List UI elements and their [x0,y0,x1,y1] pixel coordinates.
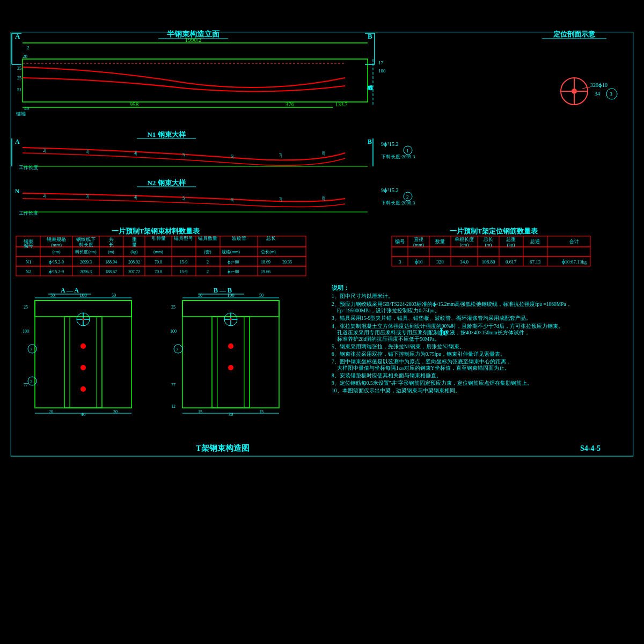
svg-text:ϕ³15.2-9: ϕ³15.2-9 [49,260,64,265]
svg-text:合计: 合计 [569,239,579,244]
svg-text:100: 100 [227,292,235,298]
svg-text:定位剖面示意: 定位剖面示意 [553,30,596,38]
svg-text:锚端: 锚端 [16,111,26,116]
svg-text:重: 重 [132,237,137,242]
svg-text:3: 3 [610,91,612,97]
svg-text:3|: 3| [86,194,89,199]
svg-text:3|: 3| [86,149,89,154]
svg-text:1: 1 [406,148,409,153]
svg-text:7: 7 [30,347,33,352]
svg-text:376: 376 [286,101,295,107]
svg-text:标准养护28d测的抗压强度不应低于50MPa。: 标准养护28d测的抗压强度不应低于50MPa。 [336,336,440,342]
svg-text:ϕ10:67.13kg: ϕ10:67.13kg [562,259,587,265]
svg-text:19.66: 19.66 [261,269,270,274]
svg-text:7、图中钢束坐标值是以弦测中为原点，竖向坐标为弦底至钢束中心: 7、图中钢束坐标值是以弦测中为原点，竖向坐标为弦底至钢束中心的距离， [332,358,511,364]
svg-text:20: 20 [23,54,28,59]
svg-text:引伸量: 引伸量 [151,236,166,241]
svg-text:(m): (m) [108,250,114,254]
svg-text:N1: N1 [26,259,32,265]
svg-text:A: A [15,138,20,145]
svg-text:17: 17 [378,60,384,65]
svg-text:钢绞线下: 钢绞线下 [76,237,96,242]
svg-text:总通: 总通 [530,239,540,244]
svg-point-200 [80,365,86,370]
svg-text:料长度: 料长度 [79,242,93,247]
svg-text:8|: 8| [322,151,325,156]
svg-text:2: 2 [406,194,409,200]
svg-text:总长: 总长 [266,236,276,241]
svg-text:39.35: 39.35 [282,260,292,265]
svg-text:8|: 8| [322,196,325,201]
svg-text:4|: 4| [134,195,137,200]
svg-text:320: 320 [436,259,444,265]
svg-text:20: 20 [113,409,118,414]
svg-text:编号: 编号 [24,243,33,248]
svg-text:大样图中量值与坐标每隔1㎝对应的钢束Y坐标值，直至钢束锚固面: 大样图中量值与坐标每隔1㎝对应的钢束Y坐标值，直至钢束锚固面为止。 [337,365,510,371]
svg-text:208.02: 208.02 [128,260,140,265]
svg-text:(cm): (cm) [52,250,60,254]
svg-text:(mm): (mm) [153,250,163,254]
svg-text:2099.3: 2099.3 [80,260,92,265]
svg-text:N1  钢束大样: N1 钢束大样 [147,130,186,138]
svg-point-227 [228,365,233,370]
svg-text:1990/2: 1990/2 [185,36,202,43]
svg-text:34.0: 34.0 [460,259,469,265]
svg-text:编号: 编号 [395,239,405,244]
svg-text:共: 共 [109,237,114,242]
svg-text:51: 51 [17,87,21,92]
svg-text:波纹管: 波纹管 [232,236,246,241]
svg-text:说明：: 说明： [332,284,349,291]
svg-text:25: 25 [17,76,21,80]
svg-text:25: 25 [171,305,175,310]
svg-text:下料长度:2096.3: 下料长度:2096.3 [381,200,415,206]
svg-text:12: 12 [171,404,175,409]
svg-text:规格(mm): 规格(mm) [222,250,240,254]
svg-text:100: 100 [79,292,87,298]
svg-text:5、钢束采用两端张拉，先张拉N1钢束，后张拉N2钢束。: 5、钢束采用两端张拉，先张拉N1钢束，后张拉N2钢束。 [332,343,465,349]
svg-text:70.0: 70.0 [155,260,162,265]
svg-text:N2: N2 [26,269,32,274]
svg-text:77: 77 [24,383,28,387]
svg-text:钢束规格: 钢束规格 [46,237,66,242]
svg-text:67.13: 67.13 [530,259,541,265]
svg-text:总长(m): 总长(m) [260,250,276,254]
svg-text:188.94: 188.94 [105,260,117,265]
svg-text:0.617: 0.617 [506,259,517,265]
svg-text:2: 2 [30,379,33,384]
svg-point-225 [230,318,232,320]
svg-text:直径: 直径 [414,237,423,242]
svg-text:B: B [368,138,372,145]
svg-text:N: N [15,188,19,194]
svg-text:958: 958 [130,101,139,107]
svg-text:9ϕ³15.2: 9ϕ³15.2 [381,187,399,193]
svg-text:9ϕ³15.2: 9ϕ³15.2 [381,141,399,147]
svg-text:S4-4-5: S4-4-5 [580,444,601,452]
svg-text:3: 3 [399,259,401,265]
svg-text:量: 量 [132,242,137,247]
svg-text:2096.3: 2096.3 [80,269,92,274]
svg-text:长: 长 [109,242,114,247]
svg-text:锚具型号: 锚具型号 [173,236,193,241]
svg-text:50: 50 [112,293,116,298]
svg-text:T架钢束构造图: T架钢束构造图 [196,443,250,452]
svg-text:Ep=195000MPa，设计张拉控制应力0.75fpu。: Ep=195000MPa，设计张拉控制应力0.75fpu。 [337,308,440,313]
svg-text:总长: 总长 [483,237,493,242]
svg-text:孔道压浆采用专用压浆料或专用压浆剂配制的浆液，按40×40×: 孔道压浆采用专用压浆料或专用压浆剂配制的浆液，按40×40×150mm长方体试件… [337,330,530,335]
svg-text:6|: 6| [231,197,234,202]
svg-text:100: 100 [170,329,177,334]
svg-text:15-9: 15-9 [180,269,188,274]
svg-text:188.67: 188.67 [105,269,117,274]
svg-text:工作长度: 工作长度 [19,165,38,170]
svg-text:2: 2 [207,269,209,274]
svg-text:15-9: 15-9 [180,260,188,265]
svg-text:6|: 6| [231,154,234,159]
svg-point-199 [80,343,86,349]
svg-text:(mm): (mm) [51,242,62,247]
svg-text:70.0: 70.0 [155,269,162,274]
svg-text:20: 20 [49,409,53,414]
svg-text:6、钢束张拉采用双控，锚下控制应力为0.75fpu，钢束引伸: 6、钢束张拉采用双控，锚下控制应力为0.75fpu，钢束引伸量详见索量表。 [332,351,506,357]
svg-text:18.69: 18.69 [261,260,270,265]
svg-text:15: 15 [198,409,202,414]
svg-text:25: 25 [24,305,28,310]
svg-text:2|: 2| [43,148,46,153]
